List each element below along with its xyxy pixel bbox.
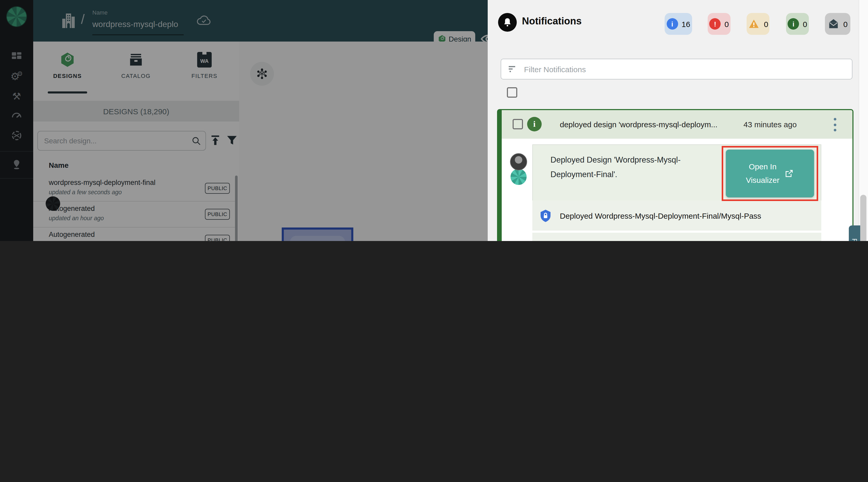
warning-count-chip[interactable]: 0: [747, 13, 769, 35]
lifecycle-gears-icon[interactable]: ⚙⚙: [9, 69, 24, 84]
select-all-checkbox[interactable]: [507, 87, 517, 97]
warning-icon: [748, 18, 761, 30]
notification-detail-row[interactable]: Deployed Wordpress-Mysql-Deployment-Fina…: [532, 233, 821, 241]
tab-filters[interactable]: WA FILTERS: [170, 52, 239, 100]
notifications-bell-icon: [498, 13, 517, 32]
notification-filter-input[interactable]: [523, 64, 846, 74]
upload-design-icon[interactable]: [210, 134, 221, 146]
name-column-header: Name: [49, 161, 68, 169]
visibility-badge: PUBLIC: [205, 209, 230, 220]
design-row[interactable]: wordpress-mysql-deployment-finalupdated …: [33, 175, 236, 201]
active-tab-underline: [48, 91, 87, 93]
read-count-chip[interactable]: 0: [825, 13, 850, 35]
error-count-chip[interactable]: ! 0: [708, 13, 731, 35]
design-name-input[interactable]: wordpress-mysql-deplo: [92, 20, 178, 29]
nav-sidebar: ⚙⚙ ⚒ › ? v0.7.73: [0, 0, 33, 241]
secret-shield-icon: [538, 208, 553, 223]
informational-count-chip[interactable]: i 16: [664, 13, 692, 35]
annotation-highlight-box: [722, 146, 818, 201]
extensions-mesh-icon[interactable]: [9, 128, 24, 143]
visibility-eye-icon[interactable]: [480, 33, 488, 41]
notification-menu-icon[interactable]: [833, 118, 837, 132]
notification-summary[interactable]: deployed design 'wordpress-mysql-deploym…: [560, 120, 717, 129]
design-name-label: Name: [92, 9, 107, 16]
filter-designs-icon[interactable]: [226, 134, 238, 146]
kanvas-pin-icon[interactable]: [9, 158, 24, 172]
info-status-icon: i: [527, 117, 541, 132]
mesh-network-icon: [256, 67, 268, 80]
design-spiral-icon: [438, 35, 446, 41]
design-search: [37, 131, 206, 151]
success-count-chip[interactable]: i 0: [786, 13, 809, 35]
window-scrollbar-thumb[interactable]: [860, 195, 866, 241]
success-icon: i: [788, 18, 799, 30]
notification-card: i deployed design 'wordpress-mysql-deplo…: [497, 109, 854, 241]
drawer-title: Notifications: [522, 16, 582, 27]
notification-detail-row[interactable]: Deployed Wordpress-Mysql-Deployment-Fina…: [532, 200, 821, 231]
tab-catalog[interactable]: CATALOG: [102, 52, 170, 100]
notification-card-header[interactable]: i deployed design 'wordpress-mysql-deplo…: [502, 110, 852, 139]
feedback-tab[interactable]: Feedback: [849, 225, 860, 241]
wasm-filter-icon: WA: [197, 52, 212, 67]
designs-count-header: DESIGNS (18,290): [33, 101, 239, 121]
error-icon: !: [710, 18, 721, 30]
designs-spiral-icon: [60, 52, 75, 67]
visibility-badge: PUBLIC: [205, 183, 230, 194]
user-avatar: [510, 153, 527, 170]
top-header: / Name wordpress-mysql-deplo Design: [33, 0, 488, 41]
info-icon: i: [666, 18, 678, 30]
meshery-logo-icon[interactable]: [6, 6, 27, 27]
design-author-avatar: [45, 196, 60, 211]
notification-time: 43 minutes ago: [743, 120, 797, 129]
breadcrumb-separator: /: [81, 11, 85, 28]
meshery-app: ⚙⚙ ⚒ › ? v0.7.73 / Name wordpress-mysql-…: [0, 0, 868, 241]
design-search-input[interactable]: [43, 136, 191, 145]
meshery-avatar: [510, 168, 527, 186]
visibility-badge: PUBLIC: [205, 235, 230, 241]
design-mode-tab[interactable]: Design: [434, 31, 475, 41]
open-mail-icon: [828, 18, 840, 30]
cloud-saved-icon: [196, 15, 212, 27]
design-canvas[interactable]: wordpress 80/TCP wordpress ? wp-pv-claim…: [239, 41, 488, 241]
configuration-tools-icon[interactable]: ⚒: [9, 89, 24, 103]
designs-panel: DESIGNS CATALOG WA FILTERS DESIGNS (18,2…: [33, 41, 239, 241]
dashboard-icon[interactable]: [9, 49, 24, 63]
search-icon[interactable]: [191, 136, 201, 146]
notification-filter: [501, 59, 852, 80]
notification-checkbox[interactable]: [513, 119, 523, 129]
node-wordpress-service[interactable]: [282, 227, 353, 241]
designs-scrollbar-thumb[interactable]: [235, 175, 238, 241]
catalog-drawer-icon: [128, 52, 144, 67]
filter-lines-icon: [507, 64, 518, 74]
organization-icon[interactable]: [61, 12, 76, 29]
design-row[interactable]: Autogeneratedupdated 2 hours agoPUBLIC: [33, 227, 236, 241]
performance-gauge-icon[interactable]: [9, 108, 24, 122]
notifications-drawer: Notifications i 16 ! 0 0 i 0 0: [488, 0, 868, 241]
canvas-mesh-settings-button[interactable]: [250, 62, 274, 86]
design-row[interactable]: Autogeneratedupdated an hour agoPUBLIC: [33, 201, 236, 227]
